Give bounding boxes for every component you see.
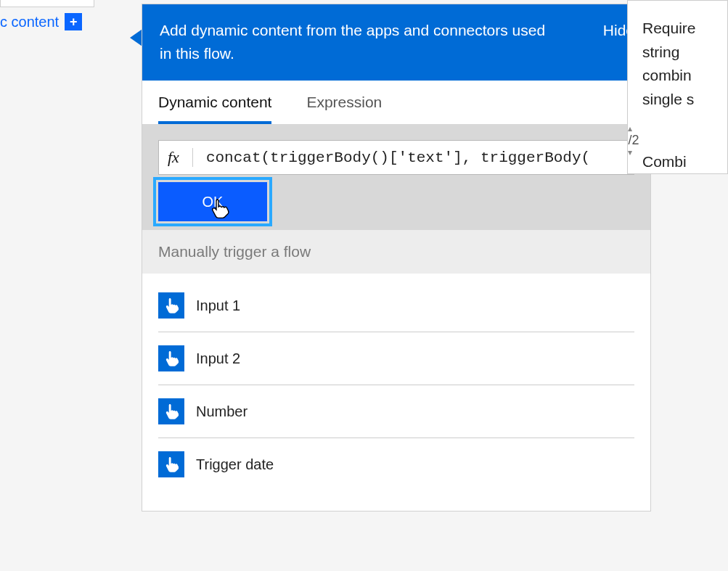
tooltip-line: combin (642, 64, 720, 88)
dynamic-content-link-text: c content (0, 14, 59, 30)
dynamic-content-link-row[interactable]: c content + (0, 13, 94, 30)
touch-icon (158, 398, 184, 424)
tooltip-text: Require string combin single s (628, 1, 727, 114)
plus-icon: + (65, 13, 82, 30)
fx-icon: fx (168, 148, 193, 167)
field-remnant (0, 0, 94, 7)
dynamic-content-item[interactable]: Number (158, 385, 634, 438)
dynamic-content-item[interactable]: Input 1 (158, 279, 634, 332)
tooltip-line: single s (642, 88, 720, 112)
ok-button[interactable]: OK (158, 182, 267, 221)
tooltip-bottom-line: Combi (642, 153, 687, 171)
dynamic-content-item[interactable]: Trigger date (158, 438, 634, 490)
expression-text: concat(triggerBody()['text'], triggerBod… (206, 149, 590, 166)
expression-area: fx concat(triggerBody()['text'], trigger… (142, 124, 650, 230)
dynamic-content-item[interactable]: Input 2 (158, 332, 634, 385)
section-heading: Manually trigger a flow (142, 230, 650, 274)
ok-button-label: OK (203, 194, 224, 210)
panel-header: Add dynamic content from the apps and co… (142, 4, 650, 81)
dynamic-content-panel: Add dynamic content from the apps and co… (142, 4, 650, 511)
item-label: Number (196, 403, 248, 420)
item-label: Input 1 (196, 297, 240, 314)
chevron-down-icon[interactable] (627, 148, 642, 157)
dynamic-content-items: Input 1 Input 2 Number Trigger date (142, 274, 650, 511)
item-label: Trigger date (196, 456, 274, 473)
expression-input[interactable]: fx concat(triggerBody()['text'], trigger… (158, 140, 634, 175)
tab-expression[interactable]: Expression (306, 94, 382, 124)
counter-value: 2/2 (627, 133, 639, 147)
tab-dynamic-content[interactable]: Dynamic content (158, 94, 271, 124)
tooltip-card: Require string combin single s 2/2 Combi (627, 0, 728, 174)
touch-icon (158, 292, 184, 319)
counter-spinner[interactable]: 2/2 (627, 124, 642, 157)
touch-icon (158, 345, 184, 371)
tab-bar: Dynamic content Expression (142, 81, 650, 124)
tooltip-line: string (642, 41, 720, 65)
touch-icon (158, 451, 184, 477)
tooltip-line: Require (642, 17, 720, 41)
item-label: Input 2 (196, 350, 240, 367)
panel-header-text: Add dynamic content from the apps and co… (160, 19, 552, 65)
